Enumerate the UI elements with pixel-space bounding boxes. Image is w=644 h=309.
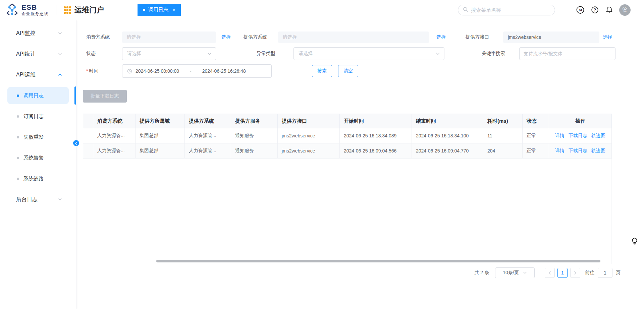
header-divider (56, 5, 56, 15)
item-label: 订阅日志 (23, 113, 44, 120)
chevron-down-icon (58, 197, 62, 201)
download-log-link[interactable]: 下载日志 (569, 148, 587, 153)
sidebar-collapse-button[interactable]: ❮ (73, 140, 79, 146)
batch-download-button[interactable]: 批量下载日志 (83, 90, 127, 103)
next-page-button[interactable] (570, 268, 580, 278)
ai-assistant-icon[interactable]: AI (576, 6, 585, 14)
provider-interface-select-link[interactable]: 选择 (603, 34, 612, 40)
sidebar-group-api-stats[interactable]: API统计 (0, 46, 76, 62)
status-select[interactable]: 请选择 (122, 47, 216, 60)
provider-system-select-link[interactable]: 选择 (436, 34, 446, 40)
page-number-1[interactable]: 1 (557, 268, 568, 278)
user-avatar[interactable]: 管 (619, 4, 631, 16)
menu-search-input[interactable] (471, 7, 550, 13)
esb-logo: ESB 企业服务总线 (5, 3, 49, 17)
placeholder-text: 请选择 (299, 51, 313, 57)
time-range-picker[interactable]: 2024-06-25 00:00:00 - 2024-06-25 16:26:4… (122, 64, 272, 78)
sidebar-item-fail-resend[interactable]: 失败重发 (7, 129, 69, 145)
search-button[interactable]: 搜索 (312, 65, 332, 77)
call-log-table: 消费方系统 提供方所属域 提供方系统 提供方服务 提供方接口 开始时间 结束时间… (83, 114, 611, 264)
notification-bell-icon[interactable] (605, 6, 613, 14)
page-size-select[interactable]: 10条/页 (495, 267, 535, 278)
cell-domain: 集团总部 (136, 128, 185, 143)
group-label: API监控 (16, 30, 36, 37)
table-row[interactable]: 人力资源管... 集团总部 人力资源管... 通知服务 jms2webservi… (83, 143, 612, 159)
download-log-link[interactable]: 下载日志 (569, 133, 587, 138)
item-dot (17, 95, 19, 97)
column-header: 操作 (549, 114, 612, 128)
tab-label: 调用日志 (148, 7, 168, 13)
keyword-input[interactable] (524, 51, 611, 56)
goto-label: 前往 (585, 270, 594, 276)
chevron-down-icon (58, 52, 62, 56)
column-header: 状态 (523, 114, 549, 128)
lightbulb-icon[interactable] (631, 237, 638, 247)
consumer-system-select-link[interactable]: 选择 (221, 34, 231, 40)
consumer-system-label: 消费方系统 (86, 34, 122, 40)
table-header-row: 消费方系统 提供方所属域 提供方系统 提供方服务 提供方接口 开始时间 结束时间… (83, 114, 612, 128)
prev-page-button[interactable] (545, 268, 555, 278)
placeholder-text: 请选择 (283, 34, 297, 40)
time-start-value: 2024-06-25 00:00:00 (136, 68, 179, 74)
group-label: API统计 (16, 51, 36, 58)
exception-type-select[interactable]: 请选择 (293, 47, 444, 60)
right-gutter (625, 20, 644, 309)
item-label: 系统告警 (23, 155, 44, 161)
horizontal-scrollbar[interactable] (156, 260, 600, 262)
cell-provider: 人力资源管... (185, 143, 231, 159)
table-empty-area (83, 159, 611, 264)
column-header: 消费方系统 (93, 114, 136, 128)
item-dot (17, 136, 19, 138)
sidebar-group-api-monitor[interactable]: API监控 (0, 25, 76, 42)
placeholder-text: 请选择 (127, 34, 141, 40)
cell-cost: 204 (483, 143, 523, 159)
item-dot (17, 178, 19, 180)
help-icon[interactable]: ? (590, 6, 599, 14)
item-label: 调用日志 (23, 92, 44, 99)
tab-close-icon[interactable]: × (173, 7, 175, 12)
provider-system-input[interactable]: 请选择 (278, 32, 429, 43)
menu-search[interactable] (458, 5, 555, 15)
sidebar-group-api-ops[interactable]: API运维 (0, 66, 76, 83)
cell-status: 正常 (523, 143, 549, 159)
trace-map-link[interactable]: 轨迹图 (591, 148, 605, 153)
goto-page-input[interactable] (598, 268, 612, 278)
cell-interface: jms2webservice (278, 128, 340, 143)
sidebar-item-system-link[interactable]: 系统链路 (7, 170, 69, 187)
sidebar-item-call-log[interactable]: 调用日志 (7, 87, 69, 104)
trace-map-link[interactable]: 轨迹图 (591, 133, 605, 138)
required-asterisk: * (86, 68, 88, 73)
status-label: 状态 (86, 51, 122, 57)
grid-icon (64, 6, 71, 14)
chevron-left-icon (548, 271, 552, 275)
provider-interface-input[interactable]: jms2webservice (503, 32, 599, 43)
cell-status: 正常 (523, 128, 549, 143)
keyword-input-wrap (519, 47, 615, 60)
table-row[interactable]: 人力资源管... 集团总部 人力资源管... 通知服务 jms2webservi… (83, 128, 612, 143)
detail-link[interactable]: 详情 (555, 133, 565, 138)
detail-link[interactable]: 详情 (555, 148, 565, 153)
consumer-system-input[interactable]: 请选择 (122, 32, 216, 43)
input-value: jms2webservice (508, 35, 541, 40)
sidebar-item-subscribe-log[interactable]: 订阅日志 (7, 108, 69, 125)
exception-type-label: 异常类型 (257, 51, 293, 57)
tab-call-log[interactable]: 调用日志 × (138, 4, 181, 16)
cell-start-time: 2024-06-25 16:18:34.089 (340, 128, 412, 143)
column-header: 开始时间 (340, 114, 412, 128)
select-column-header (83, 114, 93, 128)
logo-subtitle: 企业服务总线 (21, 12, 49, 16)
sidebar-item-system-alarm[interactable]: 系统告警 (7, 149, 69, 166)
placeholder-text: 请选择 (127, 51, 141, 57)
cell-start-time: 2024-06-25 16:09:04.566 (340, 143, 412, 159)
clear-button[interactable]: 清空 (338, 65, 358, 77)
main-content: 消费方系统 请选择 选择 提供方系统 请选择 选择 提供方接口 jms2webs… (76, 20, 625, 309)
provider-system-label: 提供方系统 (244, 34, 278, 40)
cell-cost: 11 (483, 128, 523, 143)
provider-interface-label: 提供方接口 (466, 34, 503, 40)
item-dot (17, 157, 19, 159)
chevron-down-icon (58, 31, 62, 35)
cell-consumer: 人力资源管... (93, 143, 136, 159)
item-dot (17, 115, 19, 118)
column-header: 结束时间 (412, 114, 483, 128)
sidebar-group-backend-log[interactable]: 后台日志 (0, 191, 76, 208)
